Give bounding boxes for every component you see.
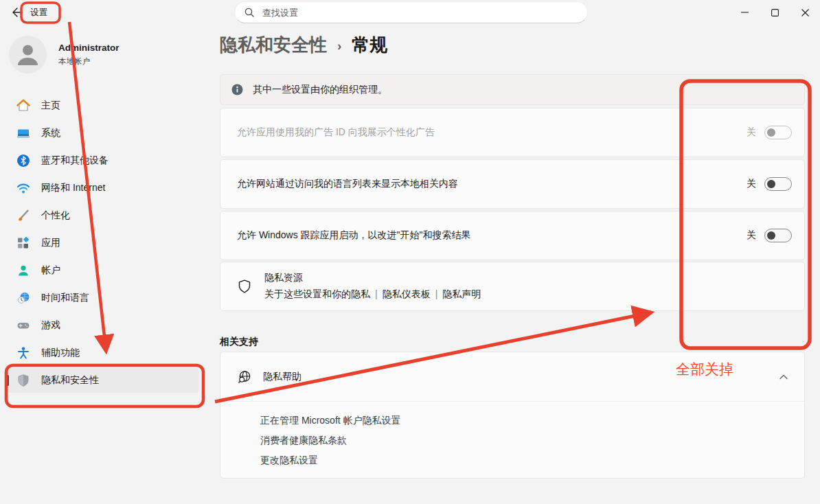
sidebar-item-bluetooth[interactable]: 蓝牙和其他设备 [7, 148, 199, 173]
search-box[interactable] [234, 1, 588, 23]
bluetooth-icon [16, 154, 30, 168]
minimize-button[interactable] [729, 0, 760, 25]
web-help-icon [237, 369, 252, 385]
sidebar-item-label: 隐私和安全性 [41, 374, 99, 387]
setting-label: 允许网站通过访问我的语言列表来显示本地相关内容 [237, 178, 747, 190]
network-icon [16, 181, 30, 195]
sidebar-item-gaming[interactable]: 游戏 [7, 313, 199, 338]
sidebar-item-accessibility[interactable]: 辅助功能 [7, 341, 199, 365]
setting-row-advertising-id: 允许应用使用我的广告 ID 向我展示个性化广告 关 [220, 108, 805, 157]
maximize-button[interactable] [760, 0, 790, 25]
apps-icon [16, 236, 30, 250]
privacy-help-card: 隐私帮助 正在管理 Microsoft 帐户隐私设置 消费者健康隐私条款 更改隐… [220, 352, 805, 479]
accounts-icon [16, 264, 30, 277]
sidebar-item-home[interactable]: 主页 [7, 93, 199, 118]
sidebar-item-label: 主页 [41, 100, 60, 112]
sidebar-item-label: 辅助功能 [41, 347, 80, 359]
related-support-heading: 相关支持 [220, 336, 258, 348]
banner-text: 其中一些设置由你的组织管理。 [253, 84, 387, 96]
sidebar-item-label: 个性化 [41, 209, 70, 222]
sidebar-item-label: 系统 [41, 127, 60, 139]
sidebar-item-label: 蓝牙和其他设备 [41, 154, 109, 167]
info-icon [231, 84, 243, 95]
sidebar-item-label: 网络和 Internet [41, 182, 105, 194]
back-button[interactable] [5, 3, 29, 22]
sidebar-item-apps[interactable]: 应用 [7, 231, 199, 255]
setting-row-app-launch-tracking: 允许 Windows 跟踪应用启动，以改进"开始"和搜索结果 关 [220, 211, 805, 260]
home-icon [16, 99, 30, 113]
user-name: Administrator [58, 43, 119, 53]
link-ms-account-privacy[interactable]: 正在管理 Microsoft 帐户隐私设置 [260, 411, 804, 431]
resources-title: 隐私资源 [264, 272, 481, 284]
sidebar-item-system[interactable]: 系统 [7, 121, 199, 146]
privacy-icon [16, 374, 30, 387]
app-title: 设置 [30, 7, 47, 19]
user-silhouette-icon [9, 36, 47, 73]
privacy-help-header[interactable]: 隐私帮助 [220, 352, 804, 402]
personalization-icon [16, 209, 30, 222]
chevron-up-icon[interactable] [779, 374, 788, 380]
back-arrow-icon [12, 8, 23, 17]
sidebar-item-label: 应用 [41, 237, 60, 249]
user-account-type: 本地帐户 [58, 56, 90, 67]
link-consumer-health-privacy[interactable]: 消费者健康隐私条款 [260, 431, 804, 450]
sidebar-item-label: 游戏 [41, 319, 60, 332]
search-input[interactable] [261, 7, 578, 19]
breadcrumb-separator: › [337, 38, 341, 54]
close-icon [801, 9, 809, 16]
privacy-help-title: 隐私帮助 [263, 371, 768, 383]
org-managed-banner: 其中一些设置由你的组织管理。 [220, 74, 805, 105]
sidebar-item-label: 帐户 [41, 264, 60, 277]
accessibility-icon [16, 346, 30, 360]
minimize-icon [741, 12, 749, 13]
setting-row-language-list: 允许网站通过访问我的语言列表来显示本地相关内容 关 [220, 159, 805, 209]
breadcrumb-parent[interactable]: 隐私和安全性 [220, 33, 327, 57]
maximize-icon [771, 9, 779, 16]
link-separator: | [435, 288, 438, 299]
sidebar-item-personalization[interactable]: 个性化 [7, 203, 199, 228]
sidebar-item-privacy-security[interactable]: 隐私和安全性 [7, 368, 199, 393]
shield-outline-icon [237, 279, 252, 294]
sidebar-item-time-language[interactable]: 时间和语言 [7, 286, 199, 310]
toggle-state-label: 关 [747, 229, 756, 242]
toggle-knob [767, 180, 775, 188]
setting-label: 允许应用使用我的广告 ID 向我展示个性化广告 [237, 126, 747, 139]
time-language-icon [16, 291, 30, 305]
gaming-icon [16, 319, 30, 332]
link-change-privacy-settings[interactable]: 更改隐私设置 [260, 450, 804, 470]
page-title: 常规 [352, 33, 387, 57]
link-privacy-dashboard[interactable]: 隐私仪表板 [383, 288, 431, 299]
avatar[interactable] [9, 36, 47, 73]
close-button[interactable] [790, 0, 820, 25]
toggle-state-label: 关 [747, 178, 756, 190]
search-icon [244, 8, 254, 17]
link-about-privacy[interactable]: 关于这些设置和你的隐私 [264, 288, 370, 299]
toggle-knob [767, 128, 775, 137]
link-separator: | [375, 288, 378, 299]
advertising-id-toggle[interactable] [764, 126, 792, 139]
sidebar-nav: 主页 系统 蓝牙和其他设备 网络和 Internet 个性化 应用 帐户 [7, 93, 199, 396]
sidebar-item-label: 时间和语言 [41, 292, 89, 304]
toggle-knob [767, 231, 775, 240]
link-privacy-statement[interactable]: 隐私声明 [442, 288, 481, 299]
privacy-resources-row: 隐私资源 关于这些设置和你的隐私|隐私仪表板|隐私声明 [220, 262, 805, 311]
setting-label: 允许 Windows 跟踪应用启动，以改进"开始"和搜索结果 [237, 229, 747, 242]
app-launch-tracking-toggle[interactable] [764, 229, 792, 242]
breadcrumb: 隐私和安全性 › 常规 [220, 33, 387, 57]
sidebar-item-network[interactable]: 网络和 Internet [7, 176, 199, 201]
system-icon [16, 126, 30, 140]
language-list-toggle[interactable] [764, 177, 792, 191]
toggle-state-label: 关 [747, 126, 756, 139]
sidebar-item-accounts[interactable]: 帐户 [7, 258, 199, 283]
